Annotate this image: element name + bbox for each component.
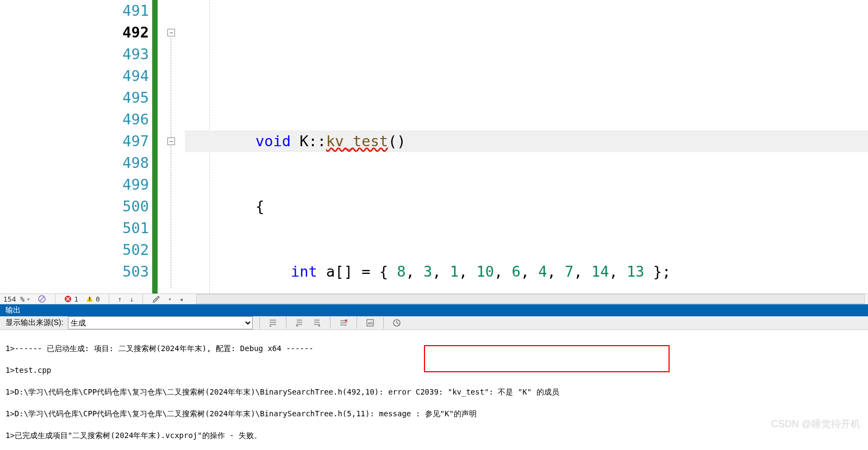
error-count[interactable]: 1: [64, 295, 78, 303]
svg-rect-3: [89, 297, 90, 299]
output-toolbar: 显示输出来源(S): 生成 ab: [0, 316, 868, 330]
output-line: 1>test.cpp: [5, 365, 863, 376]
fold-guide: [171, 38, 171, 288]
clock-icon[interactable]: [390, 317, 403, 329]
chevron-down-icon[interactable]: ▾: [168, 296, 171, 302]
output-line: 1>D:\学习\代码仓库\CPP代码仓库\复习仓库\二叉搜索树(2024年年末)…: [5, 386, 863, 397]
output-panel-title: 输出: [0, 304, 868, 316]
output-line: 1>D:\学习\代码仓库\CPP代码仓库\复习仓库\二叉搜索树(2024年年末)…: [5, 408, 863, 419]
code-editor[interactable]: 491 492 493 494 495 496 497 498 499 500 …: [0, 0, 868, 293]
editor-statusbar: 154 % ▾ 1 0 ↑ ↓ ▾ ◂: [0, 293, 868, 304]
svg-line-1: [40, 297, 44, 301]
fold-toggle-icon[interactable]: −: [167, 138, 175, 145]
output-panel[interactable]: 1>------ 已启动生成: 项目: 二叉搜索树(2024年年末), 配置: …: [0, 330, 868, 450]
fold-toggle-icon[interactable]: −: [167, 29, 175, 36]
svg-rect-4: [89, 300, 90, 301]
clear-icon[interactable]: [337, 317, 350, 329]
indent-icon[interactable]: [266, 317, 279, 329]
output-line: 1>已完成生成项目"二叉搜索树(2024年年末).vcxproj"的操作 - 失…: [5, 430, 863, 441]
output-source-label: 显示输出来源(S):: [5, 318, 64, 328]
step-back-icon[interactable]: [293, 317, 306, 329]
brush-icon[interactable]: [152, 295, 160, 303]
arrow-up-icon[interactable]: ↑: [118, 295, 122, 303]
zoom-value: 154 %: [3, 295, 24, 303]
horizontal-scrollbar[interactable]: [196, 294, 865, 304]
wrap-icon[interactable]: ab: [364, 317, 377, 329]
no-issues-icon[interactable]: [38, 295, 46, 303]
arrow-down-icon[interactable]: ↓: [130, 295, 134, 303]
step-forward-icon[interactable]: [310, 317, 323, 329]
warning-count[interactable]: 0: [86, 295, 100, 303]
code-content[interactable]: void K::kv_test() { int a[] = { 8, 3, 1,…: [185, 0, 868, 293]
fold-column[interactable]: − −: [158, 0, 185, 293]
scroll-left-icon[interactable]: ◂: [179, 295, 184, 303]
svg-text:ab: ab: [368, 321, 373, 326]
output-source-select[interactable]: 生成: [68, 316, 253, 329]
line-number-gutter: 491 492 493 494 495 496 497 498 499 500 …: [0, 0, 152, 293]
zoom-level[interactable]: 154 % ▾: [3, 295, 30, 303]
output-line: 1>------ 已启动生成: 项目: 二叉搜索树(2024年年末), 配置: …: [5, 343, 863, 354]
chevron-down-icon[interactable]: ▾: [27, 296, 30, 302]
change-marker: [152, 0, 158, 293]
